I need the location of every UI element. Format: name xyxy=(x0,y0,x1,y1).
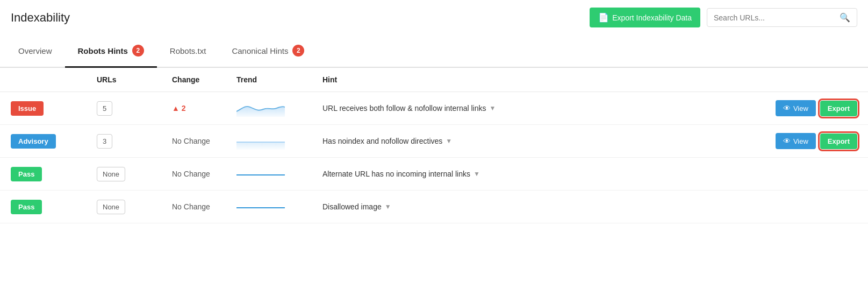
tab-robots-txt[interactable]: Robots.txt xyxy=(157,35,219,68)
actions-cell: 👁 View Export xyxy=(776,133,857,149)
col-header-hint: Hint xyxy=(322,75,857,84)
trend-cell xyxy=(236,132,322,150)
trend-cell xyxy=(236,198,322,215)
eye-icon: 👁 xyxy=(783,104,791,113)
tab-robots-txt-label: Robots.txt xyxy=(170,46,206,55)
view-label: View xyxy=(793,104,808,113)
view-button[interactable]: 👁 View xyxy=(776,100,816,116)
status-cell: Pass xyxy=(11,170,97,178)
status-badge-issue: Issue xyxy=(11,101,44,116)
trend-chart-flat xyxy=(236,198,285,215)
status-cell: Pass xyxy=(11,202,97,211)
header-right: 📄 Export Indexability Data 🔍 xyxy=(590,8,857,27)
hint-cell: URL receives both follow & nofollow inte… xyxy=(322,104,776,113)
tab-robots-hints-badge: 2 xyxy=(132,45,144,57)
trend-chart-wavy xyxy=(236,100,285,117)
hint-dropdown-icon[interactable]: ▼ xyxy=(490,104,496,112)
trend-cell xyxy=(236,165,322,182)
tab-canonical-hints[interactable]: Canonical Hints 2 xyxy=(219,35,317,68)
tab-canonical-hints-label: Canonical Hints xyxy=(232,46,288,55)
url-count: 3 xyxy=(97,134,112,149)
change-cell: No Change xyxy=(172,170,236,178)
search-input[interactable] xyxy=(714,13,840,22)
hint-dropdown-icon[interactable]: ▼ xyxy=(474,170,480,178)
table-header: URLs Change Trend Hint xyxy=(0,68,868,92)
export-row-button[interactable]: Export xyxy=(820,134,857,149)
table-row: Issue 5 ▲ 2 URL re xyxy=(0,92,868,125)
tabs-bar: Overview Robots Hints 2 Robots.txt Canon… xyxy=(0,35,868,68)
tab-robots-hints[interactable]: Robots Hints 2 xyxy=(65,35,157,68)
search-box: 🔍 xyxy=(707,8,857,27)
urls-cell: None xyxy=(97,170,172,178)
hint-dropdown-icon[interactable]: ▼ xyxy=(385,203,391,210)
status-badge-pass: Pass xyxy=(11,200,42,214)
hint-text: URL receives both follow & nofollow inte… xyxy=(322,104,486,113)
hint-dropdown-icon[interactable]: ▼ xyxy=(446,137,452,145)
tab-overview[interactable]: Overview xyxy=(5,35,65,68)
change-cell: No Change xyxy=(172,137,236,145)
status-badge-advisory: Advisory xyxy=(11,134,56,149)
hint-cell: Alternate URL has no incoming internal l… xyxy=(322,170,771,178)
hint-text: Alternate URL has no incoming internal l… xyxy=(322,170,470,178)
search-icon: 🔍 xyxy=(840,12,850,23)
table-row: Pass None No Change Disallowed image ▼ xyxy=(0,191,868,223)
view-label: View xyxy=(793,137,808,145)
trend-chart-flat-light xyxy=(236,132,285,150)
status-cell: Advisory xyxy=(11,137,97,145)
status-cell: Issue xyxy=(11,104,97,113)
table-row: Advisory 3 No Change xyxy=(0,125,868,158)
url-count: None xyxy=(97,200,125,214)
hint-cell: Has noindex and nofollow directives ▼ xyxy=(322,137,776,145)
trend-chart-flat xyxy=(236,165,285,182)
hint-text: Has noindex and nofollow directives xyxy=(322,137,442,145)
urls-cell: None xyxy=(97,202,172,211)
change-cell: No Change xyxy=(172,202,236,211)
view-button[interactable]: 👁 View xyxy=(776,133,816,149)
export-row-button[interactable]: Export xyxy=(820,101,857,116)
page-wrapper: Indexability 📄 Export Indexability Data … xyxy=(0,0,868,281)
col-header-change: Change xyxy=(172,75,236,84)
export-icon: 📄 xyxy=(598,12,609,23)
urls-cell: 3 xyxy=(97,137,172,145)
status-badge-pass: Pass xyxy=(11,167,42,181)
table-row: Pass None No Change Alternate URL has no… xyxy=(0,158,868,191)
hint-text: Disallowed image xyxy=(322,202,382,211)
table-container: URLs Change Trend Hint Issue 5 ▲ 2 xyxy=(0,68,868,223)
tab-overview-label: Overview xyxy=(18,46,52,55)
url-count: None xyxy=(97,167,125,181)
page-title: Indexability xyxy=(11,11,70,25)
export-indexability-button[interactable]: 📄 Export Indexability Data xyxy=(590,8,700,27)
trend-cell xyxy=(236,100,322,117)
tab-canonical-hints-badge: 2 xyxy=(292,45,304,57)
change-cell: ▲ 2 xyxy=(172,104,236,113)
col-header-trend: Trend xyxy=(236,75,322,84)
eye-icon: 👁 xyxy=(783,137,791,145)
hint-cell: Disallowed image ▼ xyxy=(322,202,771,211)
url-count: 5 xyxy=(97,101,112,116)
col-header-urls: URLs xyxy=(97,75,172,84)
actions-cell: 👁 View Export xyxy=(776,100,857,116)
urls-cell: 5 xyxy=(97,104,172,113)
export-button-label: Export Indexability Data xyxy=(612,13,692,22)
tab-robots-hints-label: Robots Hints xyxy=(78,46,128,55)
header: Indexability 📄 Export Indexability Data … xyxy=(0,0,868,35)
